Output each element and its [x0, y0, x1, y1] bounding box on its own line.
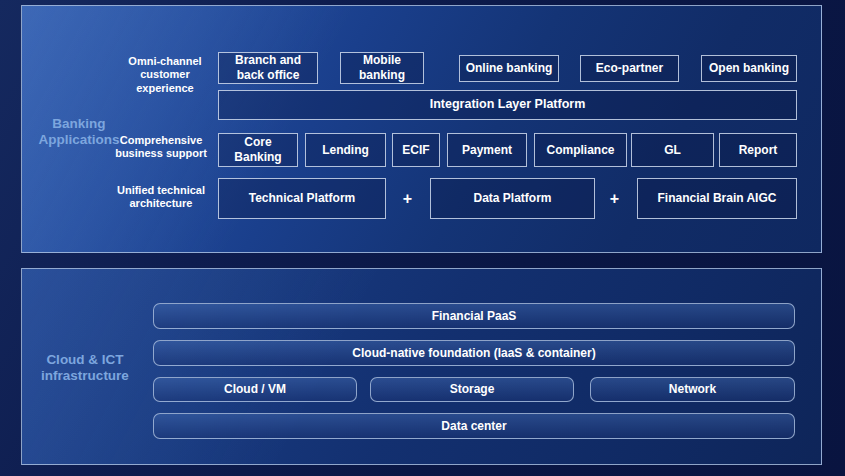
row-label-unified-architecture: Unified technical architecture	[108, 184, 214, 211]
box-mobile-banking: Mobile banking	[340, 52, 424, 84]
box-network: Network	[590, 377, 795, 402]
box-open-banking: Open banking	[701, 55, 797, 82]
box-gl: GL	[631, 133, 714, 167]
box-online-banking: Online banking	[459, 55, 559, 82]
box-compliance: Compliance	[534, 133, 627, 167]
box-payment: Payment	[447, 133, 527, 167]
box-cloud-vm: Cloud / VM	[153, 377, 357, 402]
box-ecif: ECIF	[392, 133, 440, 167]
box-data-center: Data center	[153, 413, 795, 439]
box-storage: Storage	[370, 377, 574, 402]
box-eco-partner: Eco-partner	[580, 55, 679, 82]
plus-separator-2: +	[602, 186, 627, 211]
box-financial-brain-aigc: Financial Brain AIGC	[637, 178, 797, 219]
box-lending: Lending	[305, 133, 386, 167]
cloud-ict-infrastructure-title: Cloud & ICT infrastructure	[26, 352, 144, 384]
architecture-diagram: Banking Applications Omni-channel custom…	[0, 0, 845, 476]
box-cloud-native-foundation: Cloud-native foundation (IaaS & containe…	[153, 340, 795, 366]
box-data-platform: Data Platform	[430, 178, 595, 219]
box-integration-layer-platform: Integration Layer Platform	[218, 90, 797, 120]
row-label-omni-channel: Omni-channel customer experience	[118, 55, 212, 95]
plus-separator-1: +	[395, 186, 420, 211]
row-label-business-support: Comprehensive business support	[108, 134, 214, 161]
box-core-banking: Core Banking	[218, 133, 298, 167]
box-technical-platform: Technical Platform	[218, 178, 386, 219]
box-report: Report	[719, 133, 797, 167]
box-branch-and-back-office: Branch and back office	[218, 52, 318, 84]
box-financial-paas: Financial PaaS	[153, 303, 795, 329]
